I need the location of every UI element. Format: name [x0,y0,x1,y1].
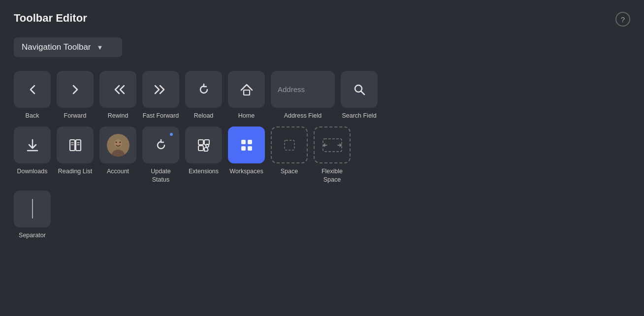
svg-rect-20 [241,140,246,144]
svg-rect-0 [244,90,250,95]
reading-list-label: Reading List [58,167,93,175]
svg-rect-21 [248,140,252,144]
update-status-label: UpdateStatus [151,167,170,184]
svg-rect-6 [76,140,81,151]
search-field-item: Search Field [341,71,378,120]
svg-rect-16 [198,140,203,145]
toolbar-row-2: Downloads Reading List [14,126,630,189]
address-field-label: Address Field [284,112,322,120]
fast-forward-item: Fast Forward [142,71,179,120]
toolbar-row-1: Back Forward Rewind Fast Forward [14,71,630,125]
workspaces-button[interactable] [228,126,265,163]
update-dot [169,132,174,137]
account-button[interactable] [99,126,136,163]
home-label: Home [238,112,255,120]
rewind-button[interactable] [99,71,136,108]
toolbar-type-dropdown-wrapper: Navigation Toolbar ▼ [14,37,630,57]
downloads-button[interactable] [14,126,51,163]
toolbar-editor-header: Toolbar Editor ? [14,12,630,27]
extensions-item: Extensions [185,126,222,175]
svg-point-14 [115,141,117,143]
address-placeholder: Address [278,85,305,94]
flexible-space-label: FlexibleSpace [322,167,343,184]
chevron-down-icon: ▼ [97,44,103,51]
svg-point-19 [206,144,209,147]
separator-label: Separator [19,231,46,239]
forward-button[interactable] [57,71,94,108]
home-item: Home [228,71,265,120]
back-label: Back [26,112,39,120]
forward-label: Forward [64,112,87,120]
help-button[interactable]: ? [615,12,630,27]
separator-icon [32,199,33,219]
reading-list-button[interactable] [57,126,94,163]
space-button[interactable] [271,126,308,163]
extensions-label: Extensions [189,167,219,175]
flexible-space-item: FlexibleSpace [314,126,351,184]
downloads-item: Downloads [14,126,51,175]
search-field-button[interactable] [341,71,378,108]
update-status-button[interactable] [142,126,179,163]
back-item: Back [14,71,51,120]
svg-point-11 [111,150,125,157]
toolbar-type-dropdown[interactable]: Navigation Toolbar ▼ [14,37,122,57]
workspaces-label: Workspaces [229,167,263,175]
space-item: Space [271,126,308,175]
dropdown-label: Navigation Toolbar [22,42,91,52]
search-field-label: Search Field [342,112,376,120]
fast-forward-label: Fast Forward [143,112,179,120]
separator-button[interactable] [14,190,51,227]
separator-item: Separator [14,190,51,239]
account-label: Account [107,167,129,175]
address-field-item: Address Address Field [271,71,335,120]
workspaces-item: Workspaces [228,126,265,175]
avatar [107,134,129,157]
rewind-item: Rewind [99,71,136,120]
reload-item: Reload [185,71,222,120]
svg-rect-22 [241,146,246,151]
downloads-label: Downloads [17,167,48,175]
address-field-button[interactable]: Address [271,71,335,108]
space-label: Space [281,167,298,175]
svg-point-15 [119,141,121,143]
home-button[interactable] [228,71,265,108]
account-item: Account [99,126,136,175]
reading-list-item: Reading List [57,126,94,175]
reload-button[interactable] [185,71,222,108]
svg-line-2 [361,91,364,95]
svg-rect-5 [70,140,75,151]
update-status-item: UpdateStatus [142,126,179,184]
toolbar-row-3: Separator [14,190,630,244]
flexible-space-button[interactable] [314,126,351,163]
forward-item: Forward [57,71,94,120]
svg-rect-24 [285,140,294,150]
fast-forward-button[interactable] [142,71,179,108]
page-title: Toolbar Editor [14,12,87,25]
rewind-label: Rewind [108,112,129,120]
svg-rect-23 [248,146,252,151]
back-button[interactable] [14,71,51,108]
extensions-button[interactable] [185,126,222,163]
reload-label: Reload [194,112,214,120]
svg-rect-18 [198,146,203,151]
